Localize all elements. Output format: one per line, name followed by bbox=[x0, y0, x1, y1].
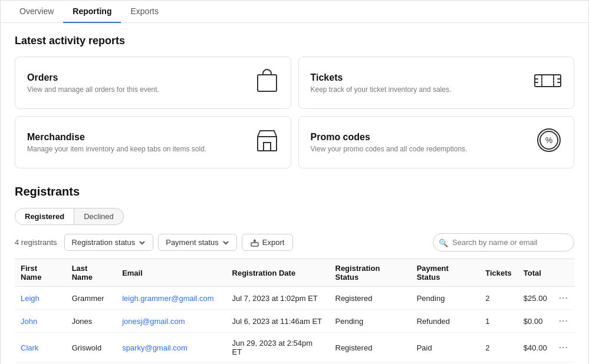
payment-status-button[interactable]: Payment status bbox=[158, 234, 237, 251]
table-row: Clark Griswold sparky@gmail.com Jun 29, … bbox=[15, 333, 574, 363]
cell-last-name: Griswold bbox=[66, 333, 117, 363]
cards-grid: Orders View and manage all orders for th… bbox=[15, 57, 574, 168]
cell-email[interactable]: leigh.grammer@gmail.com bbox=[116, 287, 226, 310]
cell-reg-status: Registered bbox=[330, 287, 411, 310]
promo-icon: % bbox=[536, 127, 562, 157]
cell-pay-status: Refunded bbox=[411, 310, 480, 333]
cell-actions: ··· bbox=[553, 287, 574, 310]
cell-tickets: 2 bbox=[479, 333, 518, 363]
cell-total: $0.00 bbox=[518, 310, 553, 333]
orders-card[interactable]: Orders View and manage all orders for th… bbox=[15, 57, 291, 109]
col-actions bbox=[553, 259, 574, 287]
filter-tabs: Registered Declined bbox=[15, 208, 574, 225]
tickets-title: Tickets bbox=[311, 72, 452, 83]
col-pay-status: Payment Status bbox=[411, 259, 480, 287]
shopping-bag-icon bbox=[255, 68, 279, 98]
table-row: Leigh Grammer leigh.grammer@gmail.com Ju… bbox=[15, 287, 574, 310]
tickets-subtitle: Keep track of your ticket inventory and … bbox=[311, 85, 452, 94]
cell-actions: ··· bbox=[553, 310, 574, 333]
search-wrap: 🔍 bbox=[433, 233, 574, 252]
cell-first-name[interactable]: John bbox=[15, 310, 66, 333]
cell-email[interactable]: sparky@gmail.com bbox=[116, 333, 226, 363]
col-first-name: First Name bbox=[15, 259, 66, 287]
tab-overview[interactable]: Overview bbox=[10, 1, 63, 23]
registrants-section: Registrants Registered Declined 4 regist… bbox=[15, 185, 574, 364]
cell-tickets: 1 bbox=[479, 310, 518, 333]
promo-subtitle: View your promo codes and all code redem… bbox=[311, 145, 468, 153]
col-total: Total bbox=[518, 259, 553, 287]
chevron-down-icon2 bbox=[222, 239, 229, 246]
orders-subtitle: View and manage all orders for this even… bbox=[27, 85, 159, 94]
cell-email[interactable]: jonesj@gmail.com bbox=[116, 310, 226, 333]
main-content: Latest activity reports Orders View and … bbox=[1, 23, 588, 364]
registrant-count: 4 registrants bbox=[15, 238, 57, 247]
filter-tab-registered[interactable]: Registered bbox=[15, 208, 74, 225]
merchandise-card[interactable]: Merchandise Manage your item inventory a… bbox=[15, 116, 291, 168]
col-last-name: Last Name bbox=[66, 259, 117, 287]
svg-rect-6 bbox=[264, 143, 271, 151]
cell-last-name: Grammer bbox=[66, 287, 117, 310]
registrants-table: First Name Last Name Email Registration … bbox=[15, 259, 574, 364]
filter-tab-declined[interactable]: Declined bbox=[74, 208, 124, 225]
ticket-icon bbox=[534, 71, 562, 94]
row-actions-button[interactable]: ··· bbox=[559, 342, 568, 353]
svg-rect-1 bbox=[535, 75, 561, 87]
tab-exports[interactable]: Exports bbox=[121, 1, 167, 23]
table-row: John Jones jonesj@gmail.com Jul 6, 2023 … bbox=[15, 310, 574, 333]
export-label: Export bbox=[262, 238, 285, 247]
col-tickets: Tickets bbox=[479, 259, 518, 287]
toolbar: 4 registrants Registration status Paymen… bbox=[15, 233, 574, 252]
export-icon bbox=[251, 239, 259, 247]
cell-reg-date: Jun 29, 2023 at 2:54pm ET bbox=[226, 333, 330, 363]
promo-codes-card[interactable]: Promo codes View your promo codes and al… bbox=[298, 116, 575, 168]
search-input[interactable] bbox=[433, 233, 574, 252]
cell-pay-status: Paid bbox=[411, 333, 480, 363]
reports-section-title: Latest activity reports bbox=[15, 35, 574, 47]
merchandise-subtitle: Manage your item inventory and keep tabs… bbox=[27, 145, 206, 153]
cell-reg-status: Registered bbox=[330, 333, 411, 363]
search-icon: 🔍 bbox=[439, 238, 448, 247]
registration-status-button[interactable]: Registration status bbox=[64, 234, 154, 251]
cell-tickets: 2 bbox=[479, 287, 518, 310]
cell-reg-date: Jul 6, 2023 at 11:46am ET bbox=[226, 310, 330, 333]
merchandise-icon bbox=[255, 127, 279, 157]
merchandise-title: Merchandise bbox=[27, 132, 206, 143]
cell-last-name: Jones bbox=[66, 310, 117, 333]
cell-total: $40.00 bbox=[518, 333, 553, 363]
cell-pay-status: Pending bbox=[411, 287, 480, 310]
cell-reg-status: Pending bbox=[330, 310, 411, 333]
export-button[interactable]: Export bbox=[242, 234, 294, 251]
orders-title: Orders bbox=[27, 72, 159, 83]
tickets-card[interactable]: Tickets Keep track of your ticket invent… bbox=[298, 57, 575, 109]
nav-tabs: Overview Reporting Exports bbox=[1, 1, 588, 23]
chevron-down-icon bbox=[139, 239, 146, 246]
registrants-title: Registrants bbox=[15, 185, 574, 198]
cell-first-name[interactable]: Leigh bbox=[15, 287, 66, 310]
svg-rect-0 bbox=[258, 75, 277, 91]
registration-status-label: Registration status bbox=[72, 238, 136, 247]
cell-total: $25.00 bbox=[518, 287, 553, 310]
payment-status-label: Payment status bbox=[166, 238, 219, 247]
row-actions-button[interactable]: ··· bbox=[559, 293, 568, 303]
col-reg-status: Registration Status bbox=[330, 259, 411, 287]
svg-rect-4 bbox=[258, 137, 277, 151]
promo-title: Promo codes bbox=[311, 132, 468, 143]
svg-text:%: % bbox=[545, 135, 552, 145]
tab-reporting[interactable]: Reporting bbox=[63, 1, 121, 23]
col-email: Email bbox=[116, 259, 226, 287]
row-actions-button[interactable]: ··· bbox=[559, 316, 568, 326]
cell-first-name[interactable]: Clark bbox=[15, 333, 66, 363]
table-header-row: First Name Last Name Email Registration … bbox=[15, 259, 574, 287]
col-reg-date: Registration Date bbox=[226, 259, 330, 287]
cell-reg-date: Jul 7, 2023 at 1:02pm ET bbox=[226, 287, 330, 310]
cell-actions: ··· bbox=[553, 333, 574, 363]
